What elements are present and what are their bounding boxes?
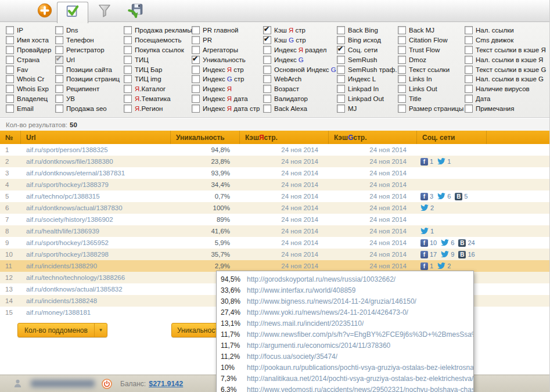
checkbox[interactable]	[465, 56, 473, 64]
filter-checkbox-item[interactable]: Позиции сайта	[55, 64, 120, 74]
checkbox[interactable]	[6, 75, 14, 83]
checkbox[interactable]	[465, 85, 473, 93]
filter-checkbox-item[interactable]: IP	[6, 26, 51, 35]
chevron-down-icon[interactable]: ▼	[94, 323, 107, 337]
table-row[interactable]: 1aif.ru/sport/person/138832594,8%24 ноя …	[0, 144, 550, 156]
checkbox[interactable]	[398, 56, 406, 64]
url-link[interactable]: aif.ru/sport/hockey/1388379	[26, 181, 109, 188]
filter-checkbox-item[interactable]: Linkpad Out	[337, 94, 397, 104]
popup-url-link[interactable]: http://www.bigness.ru/news/2014-11-24/gr…	[247, 297, 416, 305]
checkbox-checked[interactable]	[337, 46, 345, 54]
filter-checkbox-item[interactable]: Back Bing	[337, 26, 397, 35]
checkbox[interactable]	[124, 36, 132, 44]
balance-link[interactable]: $271.9142	[149, 380, 183, 388]
popup-url-link[interactable]: http://news.mail.ru/incident/20235110/	[247, 319, 364, 328]
filter-checkbox-item[interactable]: Индекс G	[263, 55, 336, 64]
filter-checkbox-item[interactable]: Нал. ссылки	[465, 26, 546, 35]
filter-checkbox-item[interactable]: Реципиент	[55, 84, 120, 94]
filter-checkbox-item[interactable]: Title	[398, 94, 463, 104]
checkbox[interactable]	[192, 26, 200, 34]
filter-checkbox-item[interactable]: Back MJ	[398, 26, 463, 35]
checkbox[interactable]	[263, 105, 271, 113]
filter-checkbox-item[interactable]: Cms движок	[465, 35, 546, 45]
col-header-cache-ya[interactable]: Кэш Я стр.	[239, 131, 328, 144]
filter-checkbox-item[interactable]: Индекс G стр	[192, 74, 260, 84]
url-link[interactable]: aif.ru/sport/hockey/1388298	[26, 251, 109, 258]
checkbox[interactable]	[337, 85, 345, 93]
url-link[interactable]: aif.ru/dontknows/file/1388380	[26, 158, 113, 165]
filter-button[interactable]	[93, 2, 116, 21]
filter-checkbox-item[interactable]: Linkpad In	[337, 84, 397, 94]
table-row[interactable]: 2aif.ru/dontknows/file/138838023,8%24 но…	[0, 156, 550, 167]
filter-checkbox-item[interactable]: Links In	[398, 74, 463, 84]
checkbox[interactable]	[263, 46, 271, 54]
popup-url-link[interactable]: http://www.vedomosti.ru/accidents/news/2…	[247, 386, 473, 392]
checkbox[interactable]	[465, 36, 473, 44]
popup-url-link[interactable]: http://www.newsfiber.com/p/s/h?v=EhgBY%2…	[247, 330, 473, 339]
table-row[interactable]: 11aif.ru/incidents/13882902,9%24 ноя 201…	[0, 260, 550, 272]
url-link[interactable]: aif.ru/sport/hockey/1365952	[26, 239, 109, 246]
popup-url-link[interactable]: http://www.interfax.ru/world/408859	[247, 286, 355, 294]
popup-url-link[interactable]: http://pookaun.ru/publications/pochti-vs…	[247, 364, 473, 372]
checkbox[interactable]	[263, 95, 271, 103]
checkbox[interactable]	[124, 26, 132, 34]
filter-checkbox-item[interactable]: SemRush	[337, 55, 397, 64]
filter-checkbox-item[interactable]: Индекс Я дата	[192, 94, 260, 104]
columns-button[interactable]	[60, 2, 84, 21]
checkbox-checked[interactable]	[263, 36, 271, 44]
export-button[interactable]	[124, 2, 148, 21]
filter-checkbox-item[interactable]: Основной Индекс G	[263, 64, 336, 74]
checkbox[interactable]	[124, 95, 132, 103]
checkbox-checked[interactable]	[263, 26, 271, 34]
filter-checkbox-item[interactable]: Links Out	[398, 84, 463, 94]
checkbox-checked[interactable]	[55, 56, 63, 64]
checkbox[interactable]	[337, 66, 345, 74]
filter-checkbox-item[interactable]: Я.Каталог	[124, 84, 192, 94]
filter-checkbox-item[interactable]: Покупка ссылок	[124, 45, 192, 55]
checkbox[interactable]	[55, 36, 63, 44]
checkbox[interactable]	[6, 85, 14, 93]
checkbox[interactable]	[124, 105, 132, 113]
checkbox[interactable]	[124, 75, 132, 83]
url-link[interactable]: aif.ru/money/1388181	[26, 309, 91, 316]
filter-checkbox-item[interactable]: Провайдер	[6, 45, 51, 55]
url-link[interactable]: aif.ru/dontknows/eternal/1387831	[26, 170, 125, 177]
checkbox[interactable]	[337, 36, 345, 44]
filter-checkbox-item[interactable]: Dns	[55, 26, 120, 35]
checkbox[interactable]	[6, 105, 14, 113]
filter-checkbox-item[interactable]: Нал. ссылки в кэше Я	[465, 55, 546, 64]
checkbox[interactable]	[124, 85, 132, 93]
filter-checkbox-item[interactable]: Url	[55, 55, 120, 64]
filter-checkbox-item[interactable]: Посещаемость	[124, 35, 192, 45]
filter-checkbox-item[interactable]: Текст ссылки в кэше G	[465, 64, 546, 74]
filter-checkbox-item[interactable]: Уникальность	[192, 55, 260, 64]
col-header-cache-g[interactable]: Кэш G стр.	[328, 131, 416, 144]
filter-checkbox-item[interactable]: Валидатор	[263, 94, 336, 104]
checkbox[interactable]	[263, 66, 271, 74]
checkbox[interactable]	[398, 95, 406, 103]
filter-checkbox-item[interactable]: Размер страницы	[398, 103, 463, 113]
checkbox[interactable]	[337, 75, 345, 83]
filter-checkbox-item[interactable]: Продажа рекламы	[124, 26, 192, 35]
filter-checkbox-item[interactable]: ТИЦ	[124, 55, 192, 64]
filter-checkbox-item[interactable]: Примечания	[465, 103, 546, 113]
checkbox-checked[interactable]	[192, 56, 200, 64]
checkbox[interactable]	[192, 85, 200, 93]
table-row[interactable]: 3aif.ru/dontknows/eternal/138783193,9%24…	[0, 167, 550, 179]
filter-checkbox-item[interactable]: Нал. ссылки в кэше G	[465, 74, 546, 84]
checkbox[interactable]	[263, 85, 271, 93]
filter-checkbox-item[interactable]: Регистратор	[55, 45, 120, 55]
filter-checkbox-item[interactable]: Whois Cr	[6, 74, 51, 84]
logout-power-icon[interactable]	[102, 379, 112, 389]
filter-checkbox-item[interactable]: Bing исход	[337, 35, 397, 45]
filter-checkbox-item[interactable]: Имя хоста	[6, 35, 51, 45]
filter-checkbox-item[interactable]: Индекс Я стр	[192, 64, 260, 74]
filter-checkbox-item[interactable]: Телефон	[55, 35, 120, 45]
checkbox[interactable]	[465, 26, 473, 34]
table-row[interactable]: 7aif.ru/society/history/138690289%24 ноя…	[0, 214, 550, 225]
filter-checkbox-item[interactable]: Кэш G стр	[263, 35, 336, 45]
checkbox[interactable]	[6, 46, 14, 54]
checkbox[interactable]	[55, 85, 63, 93]
checkbox[interactable]	[6, 66, 14, 74]
checkbox[interactable]	[124, 56, 132, 64]
